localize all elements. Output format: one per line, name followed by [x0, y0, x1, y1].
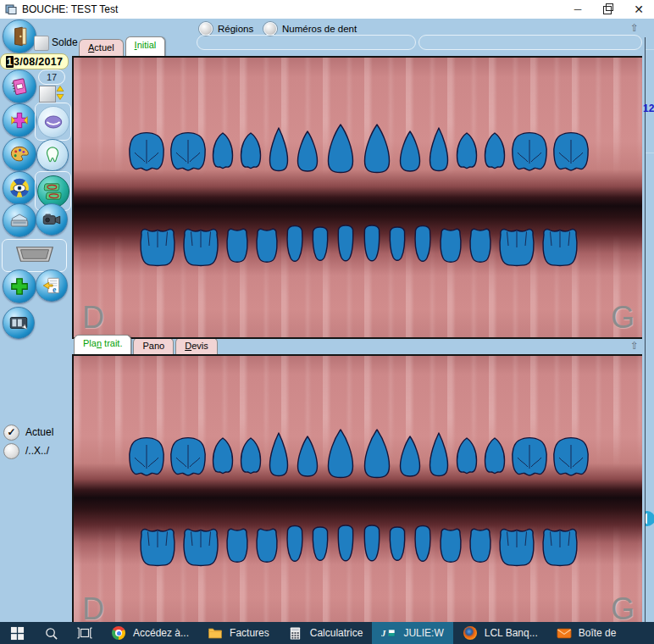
mouth-view-button[interactable]: [35, 103, 71, 141]
tooth-premolar[interactable]: [253, 225, 280, 264]
tooth-molar[interactable]: [551, 434, 590, 476]
taskbar-item-search[interactable]: [34, 622, 68, 644]
video-edit-button[interactable]: [3, 307, 35, 339]
tooth-central[interactable]: [360, 123, 394, 174]
tooth-lateral[interactable]: [294, 130, 321, 172]
region-field-2[interactable]: [418, 35, 642, 50]
tooth-molar[interactable]: [169, 129, 208, 171]
tooth-premolar[interactable]: [437, 525, 464, 564]
tab-pano[interactable]: Pano: [133, 337, 174, 354]
taskbar-item-task-view[interactable]: [68, 622, 102, 644]
radio-icon[interactable]: [263, 22, 277, 36]
tooth-canine[interactable]: [266, 126, 291, 172]
tooth-molar[interactable]: [540, 525, 580, 567]
close-button[interactable]: ✕: [624, 0, 654, 19]
tab-actuel[interactable]: Actuel: [79, 39, 124, 56]
tooth-lateral[interactable]: [386, 525, 408, 563]
tooth-premolar[interactable]: [253, 525, 280, 564]
tooth-canine[interactable]: [411, 524, 435, 564]
tooth-lateral[interactable]: [396, 435, 424, 477]
tooth-lateral[interactable]: [386, 225, 408, 263]
scanner-button[interactable]: [3, 203, 36, 237]
tooth-lateral[interactable]: [309, 525, 331, 563]
tooth-molar[interactable]: [540, 225, 580, 267]
add-plus-button[interactable]: [3, 269, 36, 303]
sidebar-check-actuel[interactable]: ✓Actuel: [3, 423, 53, 441]
collapse-arrow-plan[interactable]: ⇧: [630, 340, 639, 352]
tooth-central[interactable]: [334, 224, 357, 264]
tooth-central[interactable]: [360, 224, 384, 264]
tab-plan-trait[interactable]: Plan trait.: [74, 335, 131, 354]
tooth-counter-spinner[interactable]: [39, 86, 56, 103]
tooth-molar[interactable]: [127, 434, 166, 476]
tooth-canine[interactable]: [283, 524, 307, 564]
tooth-premolar[interactable]: [210, 436, 236, 475]
video-camera-button[interactable]: [36, 203, 68, 236]
taskbar-item-start[interactable]: [0, 622, 34, 644]
solde-checkbox[interactable]: [34, 36, 49, 51]
tooth-molar[interactable]: [180, 525, 221, 567]
patient-book-button[interactable]: [3, 69, 36, 103]
sidebar-check-x[interactable]: /..X../: [3, 441, 53, 460]
tooth-canine[interactable]: [426, 126, 452, 172]
radio-regions[interactable]: Régions: [199, 22, 253, 36]
tooth-premolar[interactable]: [454, 436, 479, 475]
tooth-molar[interactable]: [169, 434, 208, 476]
tab-devis[interactable]: Devis: [175, 337, 218, 354]
tooth-canine[interactable]: [283, 224, 307, 264]
tooth-molar[interactable]: [510, 129, 549, 171]
radio-numeros[interactable]: Numéros de dent: [263, 22, 357, 36]
tooth-3d-button[interactable]: [36, 139, 69, 171]
add-act-button[interactable]: [3, 103, 36, 137]
tooth-molar[interactable]: [137, 525, 178, 567]
tooth-premolar[interactable]: [482, 130, 507, 169]
tooth-molar[interactable]: [137, 225, 178, 267]
tooth-premolar[interactable]: [224, 225, 251, 264]
tooth-molar[interactable]: [180, 225, 221, 267]
taskbar-item-chrome[interactable]: Accédez à...: [102, 622, 198, 644]
tooth-central[interactable]: [360, 428, 394, 479]
maximize-button[interactable]: [593, 0, 624, 19]
tooth-premolar[interactable]: [467, 525, 494, 564]
tooth-lateral[interactable]: [309, 225, 331, 263]
tooth-lateral[interactable]: [294, 435, 321, 477]
tooth-central[interactable]: [324, 123, 357, 174]
tooth-premolar[interactable]: [437, 225, 464, 264]
tooth-molar[interactable]: [510, 434, 549, 476]
palette-button[interactable]: [3, 137, 36, 171]
collapse-arrow-top[interactable]: ⇧: [630, 22, 639, 34]
tooth-molar[interactable]: [496, 225, 537, 267]
taskbar-item-factures[interactable]: Factures: [198, 622, 279, 644]
tooth-premolar[interactable]: [454, 130, 479, 169]
tray-button[interactable]: [2, 239, 67, 272]
tooth-molar[interactable]: [551, 129, 590, 171]
taskbar-item-lcl-banque[interactable]: LCL Banq...: [453, 622, 547, 644]
tooth-molar[interactable]: [127, 129, 166, 171]
tooth-premolar[interactable]: [210, 130, 236, 169]
tooth-lateral[interactable]: [396, 130, 424, 172]
taskbar-item-boite-mail[interactable]: Boîte de: [547, 622, 626, 644]
tooth-premolar[interactable]: [467, 225, 494, 264]
tooth-canine[interactable]: [266, 431, 291, 477]
initial-mouth-panel[interactable]: D G: [72, 56, 645, 339]
tooth-premolar[interactable]: [224, 525, 251, 564]
tooth-canine[interactable]: [411, 224, 435, 264]
tooth-premolar[interactable]: [238, 436, 263, 475]
invoice-euro-button[interactable]: e: [36, 269, 68, 302]
tooth-canine[interactable]: [426, 431, 452, 477]
region-field-1[interactable]: [197, 35, 416, 50]
tooth-central[interactable]: [360, 524, 384, 564]
minimize-button[interactable]: ─: [563, 0, 593, 19]
tooth-molar[interactable]: [496, 525, 537, 567]
xray-eye-button[interactable]: [3, 171, 36, 205]
check-circle[interactable]: [3, 443, 19, 459]
plan-mouth-panel[interactable]: D G: [72, 354, 645, 625]
tooth-premolar[interactable]: [238, 130, 263, 169]
date-field[interactable]: 13/08/2017: [0, 53, 69, 69]
tooth-central[interactable]: [334, 524, 357, 564]
check-circle[interactable]: ✓: [3, 425, 19, 441]
radio-icon[interactable]: [199, 22, 213, 36]
spinner-arrows-icon[interactable]: [56, 85, 64, 101]
tab-initial[interactable]: Initial: [125, 36, 166, 56]
tooth-premolar[interactable]: [482, 436, 507, 475]
